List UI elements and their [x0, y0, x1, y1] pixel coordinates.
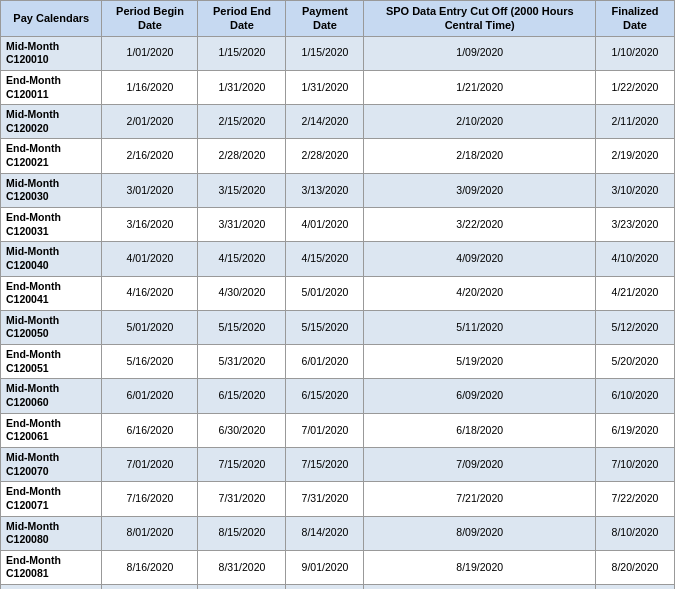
pay-calendar-name: End-Month C120011: [1, 70, 102, 104]
pay-calendar-name: Mid-Month C120020: [1, 105, 102, 139]
date-cell: 5/12/2020: [595, 310, 674, 344]
date-cell: 5/11/2020: [364, 310, 595, 344]
date-cell: 2/15/2020: [198, 105, 286, 139]
table-row: Mid-Month C1200404/01/20204/15/20204/15/…: [1, 242, 675, 276]
date-cell: 7/16/2020: [102, 482, 198, 516]
date-cell: 7/15/2020: [286, 447, 364, 481]
date-cell: 3/15/2020: [198, 173, 286, 207]
table-row: End-Month C1200414/16/20204/30/20205/01/…: [1, 276, 675, 310]
date-cell: 5/16/2020: [102, 345, 198, 379]
date-cell: 8/01/2020: [102, 516, 198, 550]
date-cell: 1/15/2020: [286, 36, 364, 70]
date-cell: 3/09/2020: [364, 173, 595, 207]
pay-calendar-name: End-Month C120081: [1, 550, 102, 584]
date-cell: 4/01/2020: [102, 242, 198, 276]
table-row: End-Month C1200717/16/20207/31/20207/31/…: [1, 482, 675, 516]
date-cell: 2/18/2020: [364, 139, 595, 173]
pay-calendar-name: End-Month C120071: [1, 482, 102, 516]
date-cell: 9/01/2020: [286, 550, 364, 584]
pay-calendar-name: End-Month C120031: [1, 208, 102, 242]
pay-calendar-name: Mid-Month C120040: [1, 242, 102, 276]
date-cell: 8/20/2020: [595, 550, 674, 584]
date-cell: 3/31/2020: [198, 208, 286, 242]
date-cell: 4/20/2020: [364, 276, 595, 310]
date-cell: 7/31/2020: [198, 482, 286, 516]
date-cell: 6/01/2020: [286, 345, 364, 379]
table-row: Mid-Month C1200303/01/20203/15/20203/13/…: [1, 173, 675, 207]
date-cell: 6/18/2020: [364, 413, 595, 447]
date-cell: 8/14/2020: [286, 516, 364, 550]
date-cell: 2/10/2020: [364, 105, 595, 139]
date-cell: 5/01/2020: [286, 276, 364, 310]
date-cell: 4/21/2020: [595, 276, 674, 310]
col-header-2: Period End Date: [198, 1, 286, 37]
date-cell: 9/10/2020: [595, 585, 674, 589]
date-cell: 1/31/2020: [198, 70, 286, 104]
table-row: End-Month C1200313/16/20203/31/20204/01/…: [1, 208, 675, 242]
table-row: Mid-Month C1200505/01/20205/15/20205/15/…: [1, 310, 675, 344]
date-cell: 4/16/2020: [102, 276, 198, 310]
date-cell: 5/31/2020: [198, 345, 286, 379]
table-row: End-Month C1200212/16/20202/28/20202/28/…: [1, 139, 675, 173]
date-cell: 4/15/2020: [198, 242, 286, 276]
pay-calendar-name: End-Month C120041: [1, 276, 102, 310]
pay-calendar-table: Pay CalendarsPeriod Begin DatePeriod End…: [0, 0, 675, 589]
date-cell: 5/15/2020: [198, 310, 286, 344]
date-cell: 6/30/2020: [198, 413, 286, 447]
date-cell: 7/21/2020: [364, 482, 595, 516]
date-cell: 3/10/2020: [595, 173, 674, 207]
date-cell: 1/10/2020: [595, 36, 674, 70]
date-cell: 1/01/2020: [102, 36, 198, 70]
date-cell: 9/01/2020: [102, 585, 198, 589]
table-row: Mid-Month C1200101/01/20201/15/20201/15/…: [1, 36, 675, 70]
date-cell: 5/20/2020: [595, 345, 674, 379]
pay-calendar-name: End-Month C120051: [1, 345, 102, 379]
pay-calendar-name: End-Month C120061: [1, 413, 102, 447]
date-cell: 2/01/2020: [102, 105, 198, 139]
date-cell: 7/09/2020: [364, 447, 595, 481]
date-cell: 2/16/2020: [102, 139, 198, 173]
date-cell: 4/15/2020: [286, 242, 364, 276]
col-header-1: Period Begin Date: [102, 1, 198, 37]
table-row: Mid-Month C1200808/01/20208/15/20208/14/…: [1, 516, 675, 550]
pay-calendar-name: End-Month C120021: [1, 139, 102, 173]
col-header-0: Pay Calendars: [1, 1, 102, 37]
table-row: End-Month C1200111/16/20201/31/20201/31/…: [1, 70, 675, 104]
date-cell: 5/15/2020: [286, 310, 364, 344]
date-cell: 6/16/2020: [102, 413, 198, 447]
table-row: Mid-Month C1200606/01/20206/15/20206/15/…: [1, 379, 675, 413]
pay-calendar-name: Mid-Month C120080: [1, 516, 102, 550]
table-row: End-Month C1200515/16/20205/31/20206/01/…: [1, 345, 675, 379]
table-row: Mid-Month C1200909/01/20209/15/20209/15/…: [1, 585, 675, 589]
date-cell: 1/22/2020: [595, 70, 674, 104]
date-cell: 6/15/2020: [286, 379, 364, 413]
date-cell: 9/15/2020: [286, 585, 364, 589]
pay-calendar-name: Mid-Month C120090: [1, 585, 102, 589]
date-cell: 1/15/2020: [198, 36, 286, 70]
date-cell: 2/28/2020: [286, 139, 364, 173]
pay-calendar-name: Mid-Month C120060: [1, 379, 102, 413]
date-cell: 3/23/2020: [595, 208, 674, 242]
pay-calendar-name: Mid-Month C120050: [1, 310, 102, 344]
date-cell: 9/09/2020: [364, 585, 595, 589]
date-cell: 4/09/2020: [364, 242, 595, 276]
date-cell: 6/10/2020: [595, 379, 674, 413]
date-cell: 1/16/2020: [102, 70, 198, 104]
date-cell: 8/31/2020: [198, 550, 286, 584]
date-cell: 4/30/2020: [198, 276, 286, 310]
date-cell: 8/10/2020: [595, 516, 674, 550]
date-cell: 3/01/2020: [102, 173, 198, 207]
date-cell: 7/22/2020: [595, 482, 674, 516]
date-cell: 7/01/2020: [102, 447, 198, 481]
date-cell: 2/14/2020: [286, 105, 364, 139]
date-cell: 7/15/2020: [198, 447, 286, 481]
date-cell: 8/19/2020: [364, 550, 595, 584]
date-cell: 7/10/2020: [595, 447, 674, 481]
date-cell: 6/19/2020: [595, 413, 674, 447]
table-row: End-Month C1200616/16/20206/30/20207/01/…: [1, 413, 675, 447]
date-cell: 8/16/2020: [102, 550, 198, 584]
col-header-3: Payment Date: [286, 1, 364, 37]
pay-calendar-name: Mid-Month C120030: [1, 173, 102, 207]
col-header-4: SPO Data Entry Cut Off (2000 Hours Centr…: [364, 1, 595, 37]
date-cell: 4/01/2020: [286, 208, 364, 242]
